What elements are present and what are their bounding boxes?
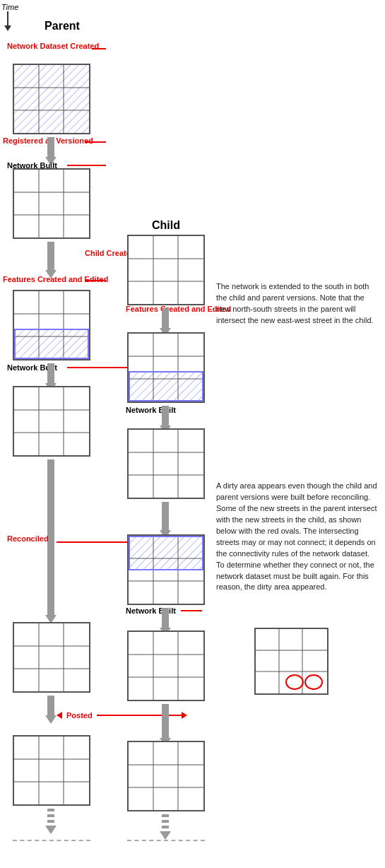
network-dataset-created-label: Network Dataset Created [7, 41, 99, 51]
arrow-parent-2 [45, 242, 57, 278]
parent-box-3-svg [14, 291, 89, 359]
parent-box-1 [13, 64, 90, 134]
child-box-6 [127, 741, 205, 811]
child-box-4 [127, 534, 205, 605]
parent-box-3 [13, 290, 90, 360]
child-box-5-grid [129, 632, 203, 700]
dirty-area-svg [256, 629, 327, 693]
posted-arrow-right [182, 712, 187, 719]
arrow-parent-5 [45, 696, 57, 724]
parent-header: Parent [20, 20, 105, 33]
red-line-fce-parent [85, 280, 106, 281]
svg-rect-11 [14, 329, 89, 359]
parent-dotted-bottom [13, 840, 90, 841]
parent-box-6-grid [14, 737, 89, 804]
red-line-ndc [92, 48, 106, 49]
child-dotted-bottom [127, 840, 205, 841]
parent-box-2 [13, 168, 90, 239]
desc-dirty-area: A dirty area appears even though the chi… [216, 481, 379, 593]
svg-rect-1 [14, 65, 89, 133]
arrow-parent-6 [45, 809, 57, 834]
svg-rect-34 [129, 372, 203, 401]
arrow-child-6 [160, 814, 171, 840]
parent-box-5 [13, 622, 90, 693]
diagram-container: Time Parent Child Network Dataset Create… [0, 0, 385, 868]
parent-box-1-hatch [14, 65, 89, 133]
parent-box-5-grid [14, 623, 89, 691]
child-box-3 [127, 428, 205, 499]
parent-box-4-grid [14, 387, 89, 455]
red-line-nb1 [67, 165, 106, 166]
child-box-1-grid [129, 236, 203, 304]
arrow-child-5 [160, 704, 171, 746]
posted-arrow-left [57, 712, 62, 719]
child-box-4-svg [129, 536, 203, 604]
parent-box-2-grid [14, 170, 89, 237]
child-header: Child [124, 219, 208, 232]
reconciled-label: Reconciled [7, 534, 49, 543]
svg-point-63 [286, 675, 303, 689]
child-box-5 [127, 631, 205, 701]
dirty-area-diagram [254, 628, 328, 695]
child-box-2 [127, 332, 205, 403]
child-box-3-grid [129, 430, 203, 498]
red-line-nb2-parent [67, 367, 127, 368]
desc-extend-south: The network is extended to the south in … [216, 281, 379, 327]
svg-rect-45 [129, 536, 203, 570]
arrow-child-3 [160, 502, 171, 539]
red-line-nb3-child [181, 610, 202, 611]
child-box-1 [127, 235, 205, 305]
features-created-child-label: Features Created and Edited [126, 304, 231, 314]
time-arrow [4, 11, 11, 31]
posted-label: Posted [66, 711, 93, 720]
svg-point-64 [305, 675, 322, 689]
child-box-6-grid [129, 742, 203, 810]
parent-box-4 [13, 386, 90, 457]
parent-box-6 [13, 735, 90, 806]
child-box-2-svg [129, 334, 203, 401]
time-label: Time [1, 3, 18, 11]
red-line-rav [85, 141, 106, 143]
